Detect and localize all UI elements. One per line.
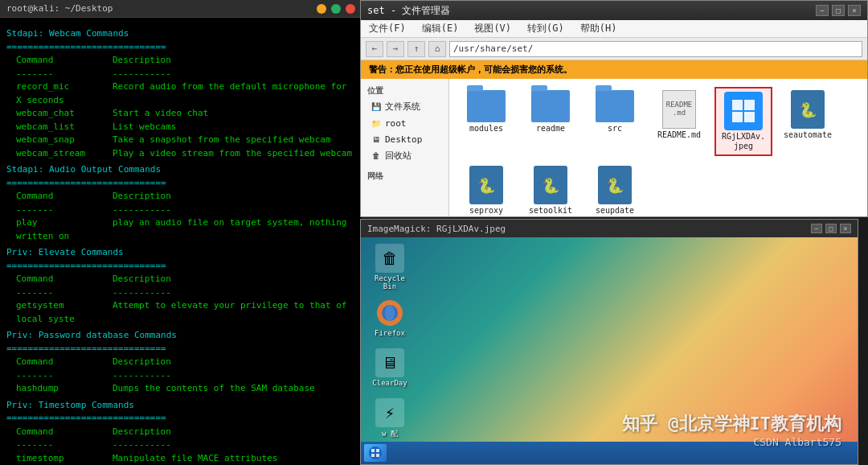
fm-menu-edit[interactable]: 编辑(E) (419, 20, 462, 37)
fm-sidebar-section-network: 网络 (361, 169, 448, 183)
fm-back-btn[interactable]: ← (366, 41, 383, 57)
w-label: w 配 (382, 429, 398, 439)
fm-menu-file[interactable]: 文件(F) (366, 20, 409, 37)
clearday-icon: 🖥 (375, 348, 404, 377)
fm-sidebar-filesystem[interactable]: 💾 文件系统 (361, 98, 448, 115)
fm-sidebar-trash-label: 回收站 (385, 150, 411, 162)
password-col-divider: ------------------ (16, 369, 355, 383)
file-seupdate-name: seupdate (596, 206, 634, 216)
webcam-row-4: webcam_snapTake a snapshot from the spec… (16, 134, 355, 147)
svg-rect-3 (732, 112, 743, 122)
win7-icon-clearday[interactable]: 🖥 ClearDay (367, 348, 412, 387)
fm-sidebar-trash[interactable]: 🗑 回收站 (361, 147, 448, 164)
root-icon: 📁 (371, 117, 382, 129)
watermark-sub-text: CSDN Albart575 (622, 436, 841, 448)
start-button[interactable] (364, 444, 387, 462)
minimize-btn[interactable] (317, 4, 326, 14)
fm-maximize-btn[interactable]: □ (832, 5, 845, 16)
trash-icon: 🗑 (371, 150, 382, 162)
win7-icon-firefox[interactable]: Firefox (367, 298, 412, 337)
fm-minimize-btn[interactable]: − (816, 5, 829, 16)
file-setoolkit-name: setoolkit (529, 206, 572, 216)
fm-sidebar-section-places: 位置 (361, 84, 448, 98)
doc-icon: README.md (662, 90, 696, 129)
terminal-titlebar: root@kali: ~/Desktop (0, 0, 362, 18)
fm-body: 位置 💾 文件系统 📁 root 🖥 Desktop 🗑 回收站 网络 (361, 79, 867, 216)
file-modules-name: modules (469, 124, 503, 134)
fm-sidebar-desktop[interactable]: 🖥 Desktop (361, 131, 448, 147)
win7-watermark: 知乎 @北京学神IT教育机构 CSDN Albart575 (622, 412, 841, 448)
win7-icon-w[interactable]: ⚡ w 配 (367, 398, 412, 439)
im-maximize-btn[interactable]: □ (825, 224, 837, 233)
timestomp-col-divider: ------------------ (16, 438, 355, 452)
fm-up-btn[interactable]: ↑ (407, 41, 425, 57)
fm-sidebar-root[interactable]: 📁 root (361, 115, 448, 131)
file-seautomate[interactable]: 🐍 seautomate (779, 87, 837, 156)
section-webcam-header: Stdapi: Webcam Commands (6, 27, 355, 41)
file-readme-md[interactable]: README.md README.md (650, 87, 708, 156)
fm-titlebar-controls: − □ × (816, 5, 861, 16)
terminal-controls (317, 4, 355, 14)
section-timestomp-header: Priv: Timestomp Commands (6, 399, 355, 413)
svg-rect-2 (744, 100, 755, 110)
timestomp-col-header: CommandDescription (16, 426, 355, 439)
svg-rect-10 (376, 449, 379, 452)
file-rgjlxdav[interactable]: RGjLXDAv.jpeg (714, 87, 772, 156)
password-col-header: CommandDescription (16, 356, 355, 369)
file-readme-folder[interactable]: readme (522, 87, 579, 156)
fm-title: set - 文件管理器 (367, 4, 450, 18)
im-titlebar: ImageMagick: RGjLXDAv.jpeg − □ × (361, 220, 858, 237)
section-audio-divider: ============================== (6, 177, 355, 191)
fm-sidebar-filesystem-label: 文件系统 (385, 101, 420, 113)
file-readme-md-name: README.md (657, 130, 701, 140)
fm-forward-btn[interactable]: → (387, 41, 404, 57)
elevate-col-header: CommandDescription (16, 273, 355, 286)
section-audio-header: Stdapi: Audio Output Commands (6, 163, 355, 177)
win7-icon-recycle[interactable]: 🗑 Recycle Bin (367, 244, 412, 290)
fm-menu-view[interactable]: 视图(V) (471, 20, 514, 37)
py-icon: 🐍 (469, 166, 503, 204)
im-minimize-btn[interactable]: − (811, 224, 822, 233)
webcam-col-header: CommandDescription (16, 54, 355, 68)
im-close-btn[interactable]: × (840, 224, 851, 233)
webcam-row-5: webcam_streamPlay a video stream from th… (16, 147, 355, 161)
im-title: ImageMagick: RGjLXDAv.jpeg (367, 224, 506, 234)
file-src[interactable]: src (586, 87, 644, 156)
terminal-content: Stdapi: Webcam Commands ================… (0, 18, 362, 465)
section-timestomp-divider: ============================== (6, 412, 355, 426)
recycle-bin-label: Recycle Bin (367, 274, 412, 290)
win7-desktop: 🗑 Recycle Bin Firefox (361, 237, 858, 464)
w-icon: ⚡ (375, 398, 404, 427)
folder-icon (596, 90, 634, 122)
file-modules[interactable]: modules (457, 87, 515, 156)
section-password-header: Priv: Password database Commands (6, 329, 355, 343)
py-icon: 🐍 (534, 166, 567, 204)
fm-address-bar[interactable]: /usr/share/set/ (449, 41, 862, 57)
svg-rect-4 (744, 112, 755, 122)
fm-home-btn[interactable]: ⌂ (428, 41, 446, 57)
py-icon: 🐍 (598, 166, 632, 204)
webcam-row-1: record_micRecord audio from the default … (16, 80, 355, 107)
file-seupdate[interactable]: 🐍 seupdate (586, 163, 644, 216)
elevate-col-divider: ------------------ (16, 286, 355, 300)
webcam-row-3: webcam_listList webcams (16, 121, 355, 134)
fm-toolbar: ← → ↑ ⌂ /usr/share/set/ (361, 38, 867, 60)
file-setoolkit[interactable]: 🐍 setoolkit (522, 163, 579, 216)
timestomp-row-1: timestompManipulate file MACE attributes (16, 452, 355, 466)
close-btn[interactable] (346, 4, 355, 14)
im-content: 🗑 Recycle Bin Firefox (361, 237, 858, 464)
maximize-btn[interactable] (331, 4, 341, 14)
password-row-1: hashdumpDumps the contents of the SAM da… (16, 382, 355, 396)
file-seproxy[interactable]: 🐍 seproxy (457, 163, 515, 216)
fm-files-area: modules readme src README.md README.md (449, 79, 867, 216)
section-webcam-divider: ============================== (6, 41, 355, 55)
recycle-bin-icon: 🗑 (375, 244, 404, 273)
svg-rect-9 (371, 449, 375, 452)
audio-col-header: CommandDescription (16, 190, 355, 204)
fm-menu-go[interactable]: 转到(G) (524, 20, 567, 37)
fm-warning: 警告：您正在使用超级帐户，可能会损害您的系统。 (361, 60, 867, 79)
fm-menu-help[interactable]: 帮助(H) (577, 20, 620, 37)
fm-close-btn[interactable]: × (848, 5, 861, 16)
file-seproxy-name: seproxy (469, 206, 503, 216)
clearday-label: ClearDay (372, 379, 407, 387)
